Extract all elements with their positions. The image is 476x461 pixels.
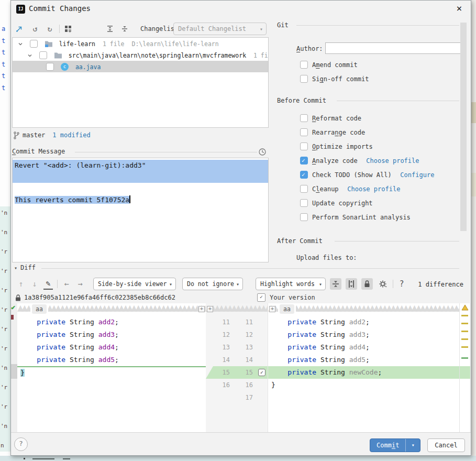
checkbox-signoff-commit[interactable]	[300, 75, 308, 83]
upload-files-label: Upload files to:	[296, 254, 357, 261]
close-icon[interactable]: ×	[453, 3, 465, 14]
cancel-button[interactable]: Cancel	[427, 438, 465, 452]
diff-collapse-chevron-icon[interactable]: ▾	[14, 265, 17, 271]
collapse-unchanged-icon[interactable]	[330, 278, 341, 290]
include-change-checkbox[interactable]: ✓	[258, 369, 265, 376]
tree-row-file-selected[interactable]: c aa.java	[13, 61, 268, 72]
modified-files-link[interactable]: 1 modified	[52, 131, 90, 139]
configure-link[interactable]: Configure	[400, 171, 434, 179]
edit-icon[interactable]: ✎	[43, 278, 53, 290]
expand-all-icon[interactable]	[106, 25, 116, 33]
checkbox-sonarlint[interactable]	[300, 213, 308, 221]
toolbar-separator	[59, 25, 60, 33]
error-stripe[interactable]	[459, 303, 470, 432]
diff-help-icon[interactable]: ?	[397, 279, 406, 289]
change-stripe-mark[interactable]	[461, 357, 468, 359]
tree-row-module[interactable]: life-learn 1 file D:\learn\life\life-lea…	[13, 38, 268, 49]
checkbox-check-todo[interactable]	[300, 171, 308, 179]
help-button[interactable]: ?	[14, 437, 28, 451]
back-icon[interactable]: ←	[62, 279, 71, 289]
warning-stripe-mark[interactable]	[461, 315, 468, 316]
code-line: }	[268, 379, 460, 391]
author-input[interactable]	[325, 42, 462, 54]
section-divider	[75, 152, 257, 152]
checkbox-reformat-code[interactable]	[300, 114, 308, 122]
checkbox-update-copyright[interactable]	[300, 199, 308, 207]
checkbox-module[interactable]	[30, 40, 38, 48]
line-number-row: 17	[206, 391, 268, 404]
whitespace-select[interactable]: Do not ignore▾	[182, 278, 243, 290]
difference-count: 1 difference	[411, 281, 463, 288]
refresh-icon[interactable]: ↻	[45, 24, 55, 34]
forward-icon[interactable]: →	[75, 279, 85, 289]
chevron-expanded-icon[interactable]	[18, 41, 23, 47]
code-line: private String add4;	[17, 341, 206, 354]
amend-commit-label: Amend commit	[312, 61, 358, 69]
line-number: 13	[223, 341, 230, 354]
gear-icon[interactable]	[377, 278, 389, 290]
reformat-code-label: Reformat code	[312, 115, 361, 122]
commit-message-editor[interactable]: Revert "<add>: (learn-git):add3" This re…	[12, 158, 269, 262]
history-clock-icon[interactable]	[258, 148, 267, 156]
next-difference-icon[interactable]: ↓	[30, 279, 39, 289]
expand-collapsed-icon[interactable]: +	[207, 306, 213, 312]
checkbox-directory[interactable]	[39, 51, 47, 59]
toolbar-separator	[57, 280, 58, 288]
commit-button-label[interactable]: Commit	[370, 439, 405, 452]
dialog-title: Commit Changes	[29, 4, 91, 13]
options-scrollbar[interactable]	[460, 23, 467, 231]
move-to-changelist-icon[interactable]	[15, 25, 26, 33]
warning-stripe-mark[interactable]	[461, 323, 468, 324]
diff-left-pane[interactable]: ▲▲▲▲▲▲▲▲▲▲▲▲▲▲▲▲▲▲▲▲▲▲▲▲▲▲▲▲▲▲▲▲▲▲▲▲▲▲▲▲…	[17, 303, 206, 432]
warning-stripe-mark[interactable]	[461, 346, 468, 348]
choose-profile-link[interactable]: Choose profile	[366, 157, 419, 164]
java-class-icon: c	[61, 63, 69, 71]
viewer-select[interactable]: Side-by-side viewer▾	[93, 278, 176, 290]
background-right-strip	[471, 0, 476, 461]
checkbox-optimize-imports[interactable]	[300, 142, 308, 150]
expand-collapsed-icon[interactable]: +	[198, 306, 205, 312]
commit-dropdown-arrow-icon[interactable]: ▾	[406, 439, 420, 452]
checkbox-file[interactable]	[46, 63, 54, 71]
zigzag-pattern: ▲▲▲▲▲▲▲▲▲▲▲▲▲▲▲▲▲▲▲▲▲▲▲▲▲▲▲▲▲▲▲▲▲▲▲▲▲▲▲▲…	[268, 303, 460, 314]
group-by-icon[interactable]	[64, 25, 75, 33]
background-fragment	[63, 458, 70, 459]
update-copyright-option: Update copyright	[300, 199, 373, 208]
warning-stripe-mark[interactable]	[461, 331, 468, 332]
undo-icon[interactable]: ↺	[30, 24, 40, 34]
checkbox-rearrange-code[interactable]	[300, 128, 308, 136]
line-number: 14	[246, 354, 253, 366]
previous-difference-icon[interactable]: ↑	[16, 279, 26, 289]
checkbox-amend-commit[interactable]	[300, 61, 308, 69]
lock-icon[interactable]	[361, 278, 373, 290]
cleanup-option: Cleanup Choose profile	[300, 184, 400, 194]
before-commit-section-header: Before Commit	[277, 97, 326, 104]
left-pane-tab: aa	[32, 304, 47, 314]
your-version-checkbox[interactable]: ✓	[257, 293, 265, 302]
chevron-down-icon: ▾	[260, 24, 263, 35]
background-code-letters: attttt	[0, 25, 5, 96]
git-section-header: Git	[277, 21, 289, 29]
inserted-line-stripe	[460, 366, 470, 379]
sync-scroll-icon[interactable]	[346, 278, 357, 290]
warning-stripe-mark[interactable]	[461, 338, 468, 340]
line-number: 11	[246, 316, 253, 328]
line-number: 12	[223, 328, 230, 341]
warning-triangle-icon	[461, 304, 469, 311]
tree-row-directory[interactable]: src\main\java\learn\note\springlearn\mvc…	[13, 49, 268, 61]
collapse-all-icon[interactable]	[120, 25, 131, 33]
changelist-select[interactable]: Default Changelist ▾	[173, 23, 267, 35]
code-line	[17, 379, 206, 391]
file-name: aa.java	[75, 61, 101, 73]
choose-profile-link[interactable]: Choose profile	[347, 185, 400, 193]
checkbox-analyze-code[interactable]	[300, 157, 308, 164]
chevron-expanded-icon[interactable]	[27, 53, 32, 58]
expand-collapsed-icon[interactable]: +	[269, 306, 275, 312]
checkbox-cleanup[interactable]	[300, 185, 308, 193]
line-number: 12	[246, 328, 253, 341]
highlight-select[interactable]: Highlight words▾	[256, 278, 326, 290]
commit-button[interactable]: Commit ▾	[370, 438, 420, 452]
background-block	[471, 173, 476, 196]
code-line-change-anchor: }	[17, 366, 206, 379]
diff-right-pane[interactable]: ▲▲▲▲▲▲▲▲▲▲▲▲▲▲▲▲▲▲▲▲▲▲▲▲▲▲▲▲▲▲▲▲▲▲▲▲▲▲▲▲…	[268, 303, 460, 432]
